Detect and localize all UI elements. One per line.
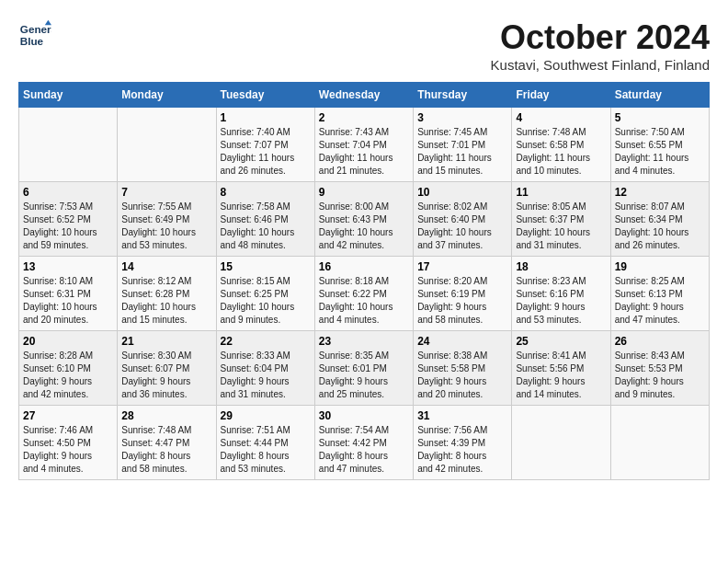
day-number: 22 xyxy=(221,335,311,348)
calendar-cell: 20Sunrise: 8:28 AM Sunset: 6:10 PM Dayli… xyxy=(19,331,118,406)
day-number: 15 xyxy=(221,260,311,273)
day-info: Sunrise: 8:28 AM Sunset: 6:10 PM Dayligh… xyxy=(23,350,113,401)
calendar-cell: 30Sunrise: 7:54 AM Sunset: 4:42 PM Dayli… xyxy=(314,406,413,480)
calendar-cell: 24Sunrise: 8:38 AM Sunset: 5:58 PM Dayli… xyxy=(414,331,512,406)
calendar-cell: 19Sunrise: 8:25 AM Sunset: 6:13 PM Dayli… xyxy=(610,257,709,331)
day-info: Sunrise: 7:51 AM Sunset: 4:44 PM Dayligh… xyxy=(221,424,311,476)
calendar-cell: 23Sunrise: 8:35 AM Sunset: 6:01 PM Dayli… xyxy=(314,331,413,406)
day-info: Sunrise: 8:00 AM Sunset: 6:43 PM Dayligh… xyxy=(319,201,409,252)
day-number: 9 xyxy=(319,186,409,199)
calendar-cell: 29Sunrise: 7:51 AM Sunset: 4:44 PM Dayli… xyxy=(216,406,314,480)
day-number: 4 xyxy=(516,111,606,124)
day-info: Sunrise: 7:48 AM Sunset: 4:47 PM Dayligh… xyxy=(121,424,211,476)
calendar-cell: 17Sunrise: 8:20 AM Sunset: 6:19 PM Dayli… xyxy=(414,257,512,331)
location-title: Kustavi, Southwest Finland, Finland xyxy=(491,57,710,73)
day-number: 6 xyxy=(23,186,113,199)
calendar-cell: 27Sunrise: 7:46 AM Sunset: 4:50 PM Dayli… xyxy=(19,406,118,480)
day-number: 28 xyxy=(121,409,211,422)
week-row-2: 6Sunrise: 7:53 AM Sunset: 6:52 PM Daylig… xyxy=(19,182,710,257)
calendar-body: 1Sunrise: 7:40 AM Sunset: 7:07 PM Daylig… xyxy=(19,108,710,480)
day-info: Sunrise: 7:40 AM Sunset: 7:07 PM Dayligh… xyxy=(221,126,311,178)
calendar-cell xyxy=(19,108,118,182)
day-info: Sunrise: 7:54 AM Sunset: 4:42 PM Dayligh… xyxy=(319,424,409,476)
day-number: 19 xyxy=(615,260,705,273)
calendar-cell: 2Sunrise: 7:43 AM Sunset: 7:04 PM Daylig… xyxy=(314,108,413,182)
calendar-cell xyxy=(118,108,216,182)
day-info: Sunrise: 8:12 AM Sunset: 6:28 PM Dayligh… xyxy=(121,275,211,327)
calendar-cell: 13Sunrise: 8:10 AM Sunset: 6:31 PM Dayli… xyxy=(19,257,118,331)
calendar-cell: 7Sunrise: 7:55 AM Sunset: 6:49 PM Daylig… xyxy=(118,182,216,257)
day-info: Sunrise: 8:05 AM Sunset: 6:37 PM Dayligh… xyxy=(516,201,606,252)
calendar-cell: 5Sunrise: 7:50 AM Sunset: 6:55 PM Daylig… xyxy=(610,108,709,182)
day-info: Sunrise: 8:20 AM Sunset: 6:19 PM Dayligh… xyxy=(417,275,507,327)
calendar-cell: 31Sunrise: 7:56 AM Sunset: 4:39 PM Dayli… xyxy=(414,406,512,480)
day-info: Sunrise: 8:18 AM Sunset: 6:22 PM Dayligh… xyxy=(319,275,409,327)
week-row-3: 13Sunrise: 8:10 AM Sunset: 6:31 PM Dayli… xyxy=(19,257,710,331)
day-number: 5 xyxy=(615,111,705,124)
day-info: Sunrise: 8:30 AM Sunset: 6:07 PM Dayligh… xyxy=(121,350,211,401)
calendar-cell: 28Sunrise: 7:48 AM Sunset: 4:47 PM Dayli… xyxy=(118,406,216,480)
day-number: 13 xyxy=(23,260,113,273)
header-day-sunday: Sunday xyxy=(19,83,118,108)
calendar-cell: 14Sunrise: 8:12 AM Sunset: 6:28 PM Dayli… xyxy=(118,257,216,331)
day-number: 10 xyxy=(417,186,507,199)
header-day-thursday: Thursday xyxy=(414,83,512,108)
day-number: 3 xyxy=(417,111,507,124)
svg-text:Blue: Blue xyxy=(20,35,44,47)
day-info: Sunrise: 7:50 AM Sunset: 6:55 PM Dayligh… xyxy=(615,126,705,178)
calendar-cell: 18Sunrise: 8:23 AM Sunset: 6:16 PM Dayli… xyxy=(512,257,610,331)
calendar-cell: 15Sunrise: 8:15 AM Sunset: 6:25 PM Dayli… xyxy=(216,257,314,331)
calendar-cell xyxy=(512,406,610,480)
day-number: 27 xyxy=(23,409,113,422)
day-info: Sunrise: 8:41 AM Sunset: 5:56 PM Dayligh… xyxy=(516,350,606,401)
logo: General Blue xyxy=(18,18,51,52)
calendar-cell: 12Sunrise: 8:07 AM Sunset: 6:34 PM Dayli… xyxy=(610,182,709,257)
day-number: 11 xyxy=(516,186,606,199)
calendar-table: SundayMondayTuesdayWednesdayThursdayFrid… xyxy=(18,82,710,480)
calendar-cell xyxy=(610,406,709,480)
day-info: Sunrise: 8:15 AM Sunset: 6:25 PM Dayligh… xyxy=(221,275,311,327)
day-number: 2 xyxy=(319,111,409,124)
header-day-monday: Monday xyxy=(118,83,216,108)
day-number: 23 xyxy=(319,335,409,348)
day-number: 1 xyxy=(221,111,311,124)
day-info: Sunrise: 8:07 AM Sunset: 6:34 PM Dayligh… xyxy=(615,201,705,252)
week-row-1: 1Sunrise: 7:40 AM Sunset: 7:07 PM Daylig… xyxy=(19,108,710,182)
day-number: 8 xyxy=(221,186,311,199)
calendar-cell: 16Sunrise: 8:18 AM Sunset: 6:22 PM Dayli… xyxy=(314,257,413,331)
day-number: 12 xyxy=(615,186,705,199)
calendar-cell: 1Sunrise: 7:40 AM Sunset: 7:07 PM Daylig… xyxy=(216,108,314,182)
calendar-cell: 4Sunrise: 7:48 AM Sunset: 6:58 PM Daylig… xyxy=(512,108,610,182)
day-info: Sunrise: 8:43 AM Sunset: 5:53 PM Dayligh… xyxy=(615,350,705,401)
day-number: 25 xyxy=(516,335,606,348)
day-number: 26 xyxy=(615,335,705,348)
calendar-cell: 8Sunrise: 7:58 AM Sunset: 6:46 PM Daylig… xyxy=(216,182,314,257)
day-number: 30 xyxy=(319,409,409,422)
page-header: General Blue October 2024 Kustavi, South… xyxy=(18,18,710,73)
day-number: 24 xyxy=(417,335,507,348)
day-number: 17 xyxy=(417,260,507,273)
day-number: 14 xyxy=(121,260,211,273)
calendar-header-row: SundayMondayTuesdayWednesdayThursdayFrid… xyxy=(19,83,710,108)
day-info: Sunrise: 8:25 AM Sunset: 6:13 PM Dayligh… xyxy=(615,275,705,327)
header-day-tuesday: Tuesday xyxy=(216,83,314,108)
day-info: Sunrise: 7:53 AM Sunset: 6:52 PM Dayligh… xyxy=(23,201,113,252)
day-number: 29 xyxy=(221,409,311,422)
day-number: 31 xyxy=(417,409,507,422)
month-title: October 2024 xyxy=(491,18,710,57)
day-info: Sunrise: 7:48 AM Sunset: 6:58 PM Dayligh… xyxy=(516,126,606,178)
calendar-cell: 22Sunrise: 8:33 AM Sunset: 6:04 PM Dayli… xyxy=(216,331,314,406)
day-info: Sunrise: 7:58 AM Sunset: 6:46 PM Dayligh… xyxy=(221,201,311,252)
header-day-saturday: Saturday xyxy=(610,83,709,108)
logo-icon: General Blue xyxy=(18,18,51,52)
day-info: Sunrise: 8:10 AM Sunset: 6:31 PM Dayligh… xyxy=(23,275,113,327)
day-info: Sunrise: 8:23 AM Sunset: 6:16 PM Dayligh… xyxy=(516,275,606,327)
day-info: Sunrise: 8:38 AM Sunset: 5:58 PM Dayligh… xyxy=(417,350,507,401)
day-info: Sunrise: 8:02 AM Sunset: 6:40 PM Dayligh… xyxy=(417,201,507,252)
day-number: 16 xyxy=(319,260,409,273)
calendar-cell: 21Sunrise: 8:30 AM Sunset: 6:07 PM Dayli… xyxy=(118,331,216,406)
title-block: October 2024 Kustavi, Southwest Finland,… xyxy=(491,18,710,73)
day-info: Sunrise: 8:35 AM Sunset: 6:01 PM Dayligh… xyxy=(319,350,409,401)
day-info: Sunrise: 7:55 AM Sunset: 6:49 PM Dayligh… xyxy=(121,201,211,252)
day-number: 18 xyxy=(516,260,606,273)
